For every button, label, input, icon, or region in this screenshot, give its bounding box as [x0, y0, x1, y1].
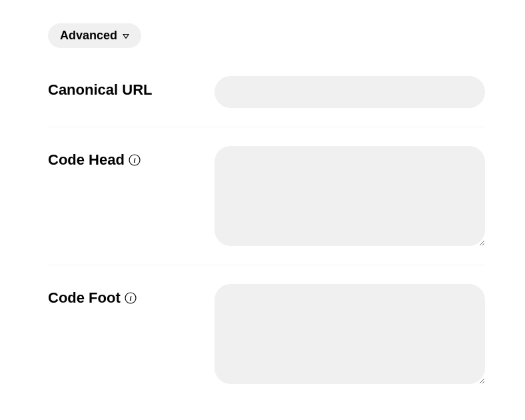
canonical-url-label: Canonical URL	[48, 76, 201, 99]
code-foot-label: Code Foot i	[48, 284, 201, 307]
svg-text:i: i	[133, 156, 136, 164]
code-head-label: Code Head i	[48, 146, 201, 169]
code-foot-label-text: Code Foot	[48, 289, 121, 307]
advanced-fields: Canonical URL Code Head i Code Foot i	[48, 76, 485, 403]
code-head-input[interactable]	[215, 146, 485, 246]
section-title: Advanced	[60, 29, 117, 43]
code-head-row: Code Head i	[48, 146, 485, 265]
canonical-url-input[interactable]	[215, 76, 485, 108]
advanced-section-toggle[interactable]: Advanced	[48, 23, 141, 48]
info-icon[interactable]: i	[125, 292, 137, 304]
info-icon[interactable]: i	[129, 154, 141, 166]
canonical-url-label-text: Canonical URL	[48, 81, 152, 99]
code-foot-row: Code Foot i	[48, 284, 485, 403]
chevron-down-icon	[123, 33, 129, 39]
canonical-url-row: Canonical URL	[48, 76, 485, 127]
code-foot-input[interactable]	[215, 284, 485, 384]
svg-text:i: i	[129, 294, 132, 302]
code-head-label-text: Code Head	[48, 151, 125, 169]
